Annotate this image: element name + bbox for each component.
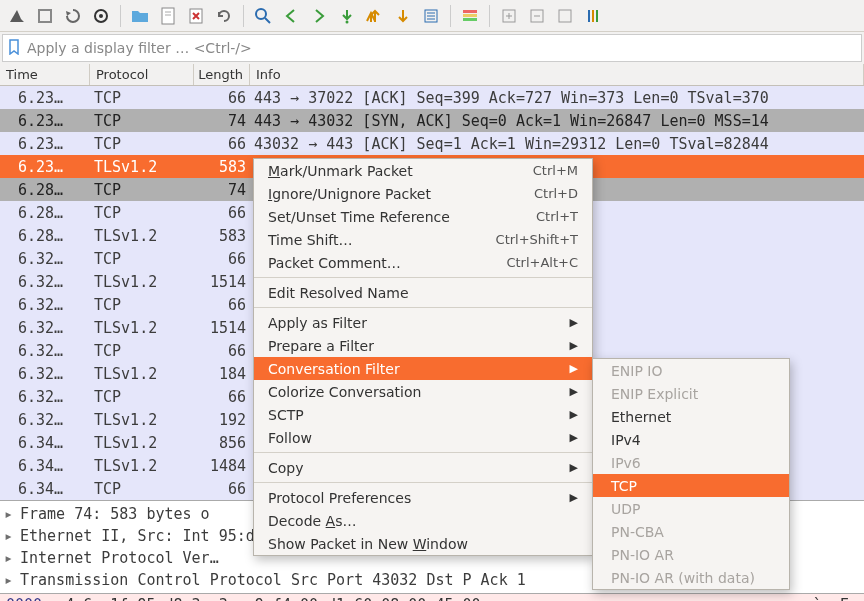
menu-item[interactable]: Show Packet in New Window <box>254 532 592 555</box>
menu-item[interactable]: Edit Resolved Name <box>254 281 592 304</box>
cell-length: 66 <box>194 202 250 224</box>
cell-time: 6.32… <box>0 340 90 362</box>
submenu-item[interactable]: TCP <box>593 474 789 497</box>
menu-item[interactable]: Decode As… <box>254 509 592 532</box>
options-icon[interactable] <box>88 3 114 29</box>
open-folder-icon[interactable] <box>127 3 153 29</box>
submenu-arrow-icon: ▶ <box>570 431 578 444</box>
menu-item[interactable]: Follow▶ <box>254 426 592 449</box>
stop-icon[interactable] <box>32 3 58 29</box>
hex-ascii: .n...>:. ...`..E. <box>704 596 858 601</box>
svg-rect-0 <box>39 10 51 22</box>
packet-bytes-pane[interactable]: 0000 c4 6e 1f 95 d8 3e 3c a9 f4 00 d1 60… <box>0 593 864 601</box>
cell-time: 6.23… <box>0 87 90 109</box>
expand-triangle-icon[interactable]: ▸ <box>4 525 16 547</box>
cell-length: 66 <box>194 340 250 362</box>
submenu-arrow-icon: ▶ <box>570 461 578 474</box>
menu-item[interactable]: Prepare a Filter▶ <box>254 334 592 357</box>
cell-info: 443 → 43032 [SYN, ACK] Seq=0 Ack=1 Win=2… <box>250 110 864 132</box>
close-file-icon[interactable] <box>183 3 209 29</box>
go-first-icon[interactable] <box>362 3 388 29</box>
submenu-item[interactable]: Ethernet <box>593 405 789 428</box>
cell-protocol: TCP <box>90 478 194 500</box>
resize-columns-icon[interactable] <box>580 3 606 29</box>
submenu-item: PN-CBA <box>593 520 789 543</box>
colorize-icon[interactable] <box>457 3 483 29</box>
menu-item[interactable]: Copy▶ <box>254 456 592 479</box>
cell-protocol: TCP <box>90 87 194 109</box>
menu-item[interactable]: Protocol Preferences▶ <box>254 486 592 509</box>
zoom-in-icon[interactable] <box>496 3 522 29</box>
submenu-item: ENIP IO <box>593 359 789 382</box>
menu-item[interactable]: Ignore/Unignore PacketCtrl+D <box>254 182 592 205</box>
svg-point-2 <box>99 14 103 18</box>
menu-item-label: Follow <box>268 430 312 446</box>
cell-protocol: TCP <box>90 202 194 224</box>
cell-length: 192 <box>194 409 250 431</box>
column-header-length[interactable]: Length <box>194 64 250 85</box>
column-header-time[interactable]: Time <box>0 64 90 85</box>
cell-protocol: TLSv1.2 <box>90 432 194 454</box>
display-filter-input[interactable]: Apply a display filter … <Ctrl-/> <box>27 40 857 56</box>
svg-rect-14 <box>463 10 477 13</box>
submenu-item-label: PN-CBA <box>611 524 664 540</box>
cell-protocol: TCP <box>90 179 194 201</box>
cell-length: 583 <box>194 156 250 178</box>
menu-item[interactable]: SCTP▶ <box>254 403 592 426</box>
restart-icon[interactable] <box>60 3 86 29</box>
menu-item[interactable]: Mark/Unmark PacketCtrl+M <box>254 159 592 182</box>
packet-row[interactable]: 6.23…TCP6643032 → 443 [ACK] Seq=1 Ack=1 … <box>0 132 864 155</box>
menu-item[interactable]: Time Shift…Ctrl+Shift+T <box>254 228 592 251</box>
column-header-protocol[interactable]: Protocol <box>90 64 194 85</box>
menu-item-label: Apply as Filter <box>268 315 367 331</box>
cell-protocol: TCP <box>90 248 194 270</box>
menu-item[interactable]: Set/Unset Time ReferenceCtrl+T <box>254 205 592 228</box>
column-header-info[interactable]: Info <box>250 64 864 85</box>
submenu-arrow-icon: ▶ <box>570 316 578 329</box>
menu-item-label: Show Packet in New Window <box>268 536 468 552</box>
cell-info: 43032 → 443 [ACK] Seq=1 Ack=1 Win=29312 … <box>250 133 864 155</box>
cell-protocol: TLSv1.2 <box>90 409 194 431</box>
cell-length: 74 <box>194 179 250 201</box>
expand-triangle-icon[interactable]: ▸ <box>4 547 16 569</box>
shark-fin-icon[interactable] <box>4 3 30 29</box>
expand-triangle-icon[interactable]: ▸ <box>4 503 16 525</box>
cell-protocol: TLSv1.2 <box>90 225 194 247</box>
display-filter-bar[interactable]: Apply a display filter … <Ctrl-/> <box>2 34 862 62</box>
go-back-icon[interactable] <box>278 3 304 29</box>
packet-row[interactable]: 6.23…TCP66443 → 37022 [ACK] Seq=399 Ack=… <box>0 86 864 109</box>
submenu-item[interactable]: IPv4 <box>593 428 789 451</box>
zoom-reset-icon[interactable] <box>552 3 578 29</box>
cell-time: 6.34… <box>0 455 90 477</box>
menu-item[interactable]: Colorize Conversation▶ <box>254 380 592 403</box>
menu-separator <box>254 277 592 278</box>
expand-triangle-icon[interactable]: ▸ <box>4 569 16 591</box>
cell-time: 6.32… <box>0 294 90 316</box>
go-to-packet-icon[interactable] <box>334 3 360 29</box>
cell-time: 6.28… <box>0 179 90 201</box>
cell-time: 6.28… <box>0 225 90 247</box>
menu-shortcut: Ctrl+Alt+C <box>506 255 578 270</box>
svg-rect-15 <box>463 14 477 17</box>
svg-rect-19 <box>559 10 571 22</box>
submenu-item: PN-IO AR (with data) <box>593 566 789 589</box>
cell-length: 66 <box>194 87 250 109</box>
menu-shortcut: Ctrl+D <box>534 186 578 201</box>
menu-item[interactable]: Apply as Filter▶ <box>254 311 592 334</box>
submenu-arrow-icon: ▶ <box>570 408 578 421</box>
find-packet-icon[interactable] <box>250 3 276 29</box>
menu-item[interactable]: Conversation Filter▶ <box>254 357 592 380</box>
bookmark-icon[interactable] <box>7 39 21 58</box>
auto-scroll-icon[interactable] <box>418 3 444 29</box>
toolbar-separator <box>120 5 121 27</box>
submenu-item: UDP <box>593 497 789 520</box>
go-forward-icon[interactable] <box>306 3 332 29</box>
reload-icon[interactable] <box>211 3 237 29</box>
menu-item-label: Copy <box>268 460 304 476</box>
packet-row[interactable]: 6.23…TCP74443 → 43032 [SYN, ACK] Seq=0 A… <box>0 109 864 132</box>
save-icon[interactable] <box>155 3 181 29</box>
menu-item[interactable]: Packet Comment…Ctrl+Alt+C <box>254 251 592 274</box>
cell-length: 66 <box>194 248 250 270</box>
go-last-icon[interactable] <box>390 3 416 29</box>
zoom-out-icon[interactable] <box>524 3 550 29</box>
